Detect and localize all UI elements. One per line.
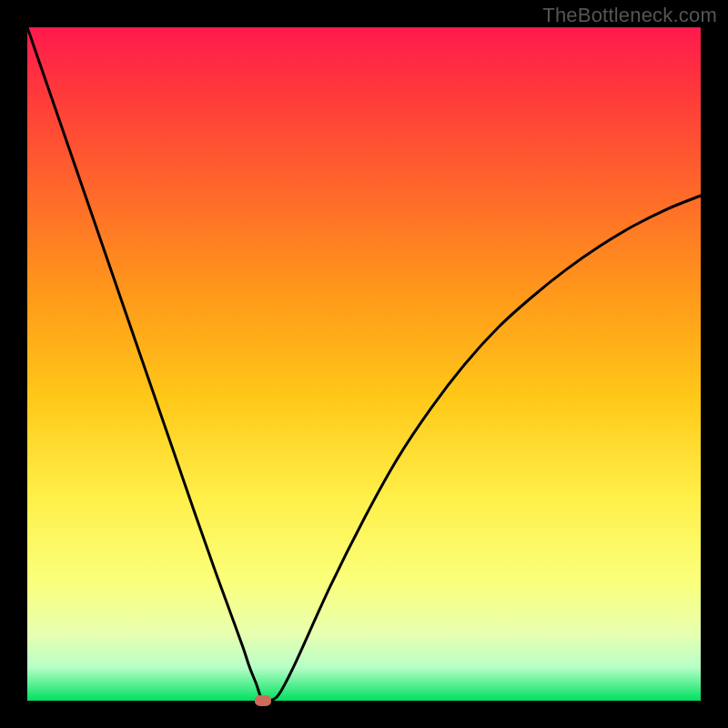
bottleneck-curve [27, 27, 701, 701]
plot-area [27, 27, 701, 701]
optimal-marker [255, 695, 271, 706]
watermark-text: TheBottleneck.com [542, 4, 717, 27]
chart-frame: TheBottleneck.com [0, 0, 728, 728]
